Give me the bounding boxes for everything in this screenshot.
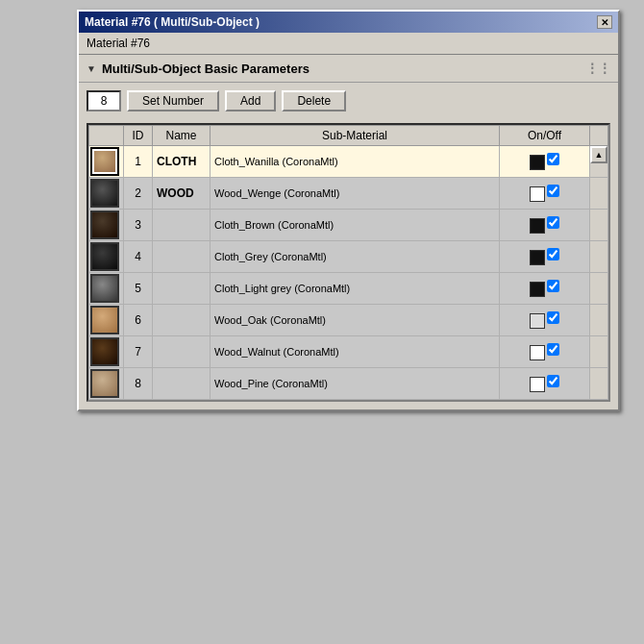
on-off-checkbox[interactable] — [547, 311, 559, 324]
on-off-cell — [499, 305, 589, 336]
table-row[interactable]: 5Cloth_Light grey (CoronaMtl) — [89, 273, 608, 305]
material-thumbnail[interactable] — [90, 337, 119, 366]
col-on-off: On/Off — [499, 126, 589, 146]
col-submaterial: Sub-Material — [211, 126, 500, 146]
scroll-cell — [590, 273, 608, 305]
id-cell: 7 — [124, 336, 153, 368]
on-off-cell — [499, 146, 589, 178]
name-cell — [153, 305, 211, 336]
on-off-cell — [499, 336, 589, 368]
add-button[interactable]: Add — [225, 90, 276, 111]
name-cell: CLOTH — [153, 146, 211, 178]
on-off-checkbox[interactable] — [547, 248, 559, 260]
id-cell: 4 — [124, 241, 153, 273]
scroll-cell — [590, 336, 608, 368]
on-off-cell — [499, 178, 589, 210]
submaterial-cell[interactable]: Wood_Walnut (CoronaMtl) — [211, 336, 500, 368]
table-container: ID Name Sub-Material On/Off 1CLOTHCloth_… — [79, 119, 618, 409]
submaterial-cell[interactable]: Cloth_Light grey (CoronaMtl) — [211, 273, 500, 305]
material-thumbnail[interactable] — [90, 179, 119, 208]
on-off-cell — [499, 368, 589, 400]
grip-dots: ⋮⋮ — [585, 61, 610, 76]
on-off-checkbox[interactable] — [547, 343, 559, 356]
color-swatch[interactable] — [530, 345, 545, 360]
materials-table: ID Name Sub-Material On/Off 1CLOTHCloth_… — [88, 125, 608, 400]
col-name: Name — [153, 126, 211, 146]
color-swatch[interactable] — [530, 282, 545, 297]
material-thumbnail[interactable] — [90, 211, 119, 239]
close-button[interactable]: ✕ — [597, 15, 612, 29]
title-bar: Material #76 ( Multi/Sub-Object ) ✕ — [79, 12, 618, 33]
table-header-row: ID Name Sub-Material On/Off — [89, 126, 608, 146]
table-row[interactable]: 8Wood_Pine (CoronaMtl) — [89, 368, 608, 400]
section-toggle[interactable]: ▼ — [87, 63, 96, 74]
material-thumbnail[interactable] — [90, 306, 119, 334]
table-row[interactable]: 6Wood_Oak (CoronaMtl) — [89, 305, 608, 336]
color-swatch[interactable] — [530, 186, 545, 202]
submaterial-cell[interactable]: Cloth_Wanilla (CoronaMtl) — [211, 146, 500, 178]
submaterial-cell[interactable]: Cloth_Brown (CoronaMtl) — [211, 210, 500, 241]
section-title: Multi/Sub-Object Basic Parameters — [102, 62, 310, 76]
name-cell — [153, 273, 211, 305]
name-cell — [153, 368, 211, 400]
material-thumbnail[interactable] — [90, 274, 119, 303]
set-number-button[interactable]: Set Number — [127, 90, 219, 111]
submaterial-cell[interactable]: Wood_Pine (CoronaMtl) — [211, 368, 500, 400]
col-id: ID — [124, 126, 153, 146]
main-window: Material #76 ( Multi/Sub-Object ) ✕ Mate… — [77, 10, 620, 411]
color-swatch[interactable] — [530, 218, 545, 234]
color-swatch[interactable] — [530, 250, 545, 265]
submaterial-cell[interactable]: Wood_Wenge (CoronaMtl) — [211, 178, 500, 210]
material-thumbnail[interactable] — [90, 242, 119, 271]
scroll-up-button[interactable]: ▲ — [590, 146, 607, 163]
on-off-checkbox[interactable] — [547, 185, 559, 197]
material-thumbnail[interactable] — [90, 147, 119, 176]
id-cell: 3 — [124, 210, 153, 241]
on-off-checkbox[interactable] — [547, 216, 559, 229]
id-cell: 8 — [124, 368, 153, 400]
on-off-checkbox[interactable] — [547, 280, 559, 292]
breadcrumb: Material #76 — [79, 33, 618, 55]
id-cell: 5 — [124, 273, 153, 305]
table-wrapper: ID Name Sub-Material On/Off 1CLOTHCloth_… — [87, 123, 610, 402]
table-row[interactable]: 2WOODWood_Wenge (CoronaMtl) — [89, 178, 608, 210]
name-cell — [153, 241, 211, 273]
scroll-cell: ▲ — [590, 146, 608, 178]
table-row[interactable]: 7Wood_Walnut (CoronaMtl) — [89, 336, 608, 368]
table-row[interactable]: 3Cloth_Brown (CoronaMtl) — [89, 210, 608, 241]
toolbar: Set Number Add Delete — [79, 83, 618, 119]
col-scroll — [590, 126, 608, 146]
name-cell: WOOD — [153, 178, 211, 210]
submaterial-cell[interactable]: Cloth_Grey (CoronaMtl) — [211, 241, 500, 273]
on-off-cell — [499, 241, 589, 273]
col-thumb — [89, 126, 124, 146]
section-header: ▼ Multi/Sub-Object Basic Parameters ⋮⋮ — [79, 55, 618, 83]
delete-button[interactable]: Delete — [282, 90, 346, 111]
number-input[interactable] — [87, 90, 121, 111]
color-swatch[interactable] — [530, 155, 545, 170]
color-swatch[interactable] — [530, 377, 545, 392]
on-off-checkbox[interactable] — [547, 375, 559, 387]
name-cell — [153, 210, 211, 241]
table-row[interactable]: 1CLOTHCloth_Wanilla (CoronaMtl)▲ — [89, 146, 608, 178]
window-title: Material #76 ( Multi/Sub-Object ) — [85, 15, 260, 29]
scroll-cell — [590, 305, 608, 336]
on-off-cell — [499, 273, 589, 305]
on-off-cell — [499, 210, 589, 241]
scroll-cell — [590, 241, 608, 273]
scroll-cell — [590, 178, 608, 210]
table-row[interactable]: 4Cloth_Grey (CoronaMtl) — [89, 241, 608, 273]
id-cell: 6 — [124, 305, 153, 336]
submaterial-cell[interactable]: Wood_Oak (CoronaMtl) — [211, 305, 500, 336]
id-cell: 1 — [124, 146, 153, 178]
id-cell: 2 — [124, 178, 153, 210]
on-off-checkbox[interactable] — [547, 153, 559, 165]
color-swatch[interactable] — [530, 313, 545, 329]
scroll-cell — [590, 368, 608, 400]
name-cell — [153, 336, 211, 368]
material-thumbnail[interactable] — [90, 369, 119, 398]
scroll-cell — [590, 210, 608, 241]
